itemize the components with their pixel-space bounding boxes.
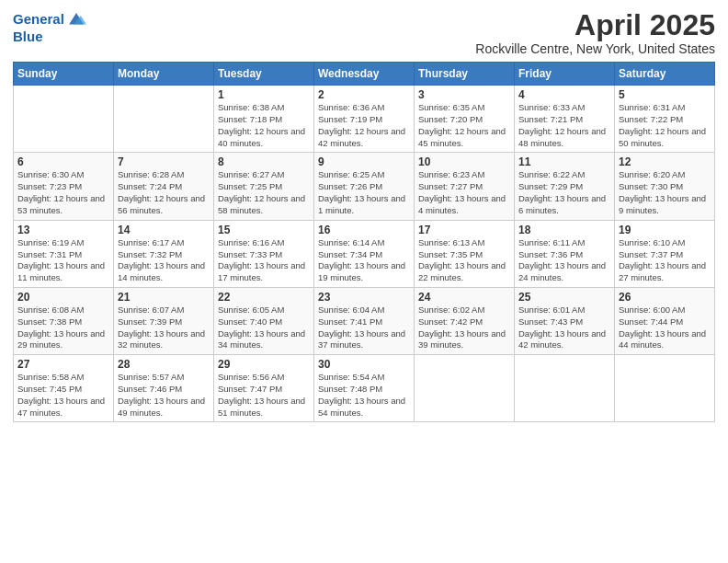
calendar-cell: 29Sunrise: 5:56 AMSunset: 7:47 PMDayligh… xyxy=(214,355,314,422)
day-info: Sunrise: 6:22 AMSunset: 7:29 PMDaylight:… xyxy=(518,169,610,216)
day-number: 9 xyxy=(318,155,410,168)
day-number: 25 xyxy=(518,291,610,304)
day-number: 23 xyxy=(318,291,410,304)
calendar-cell xyxy=(515,355,615,422)
calendar-cell: 8Sunrise: 6:27 AMSunset: 7:25 PMDaylight… xyxy=(214,153,314,220)
day-info: Sunrise: 6:14 AMSunset: 7:34 PMDaylight:… xyxy=(318,237,410,284)
day-info: Sunrise: 6:04 AMSunset: 7:41 PMDaylight:… xyxy=(318,304,410,351)
calendar-cell: 2Sunrise: 6:36 AMSunset: 7:19 PMDaylight… xyxy=(314,86,415,153)
day-number: 28 xyxy=(118,358,210,371)
calendar-cell: 1Sunrise: 6:38 AMSunset: 7:18 PMDaylight… xyxy=(214,86,314,153)
day-number: 2 xyxy=(318,88,410,101)
calendar-cell: 18Sunrise: 6:11 AMSunset: 7:36 PMDayligh… xyxy=(515,220,615,287)
calendar-cell: 20Sunrise: 6:08 AMSunset: 7:38 PMDayligh… xyxy=(14,287,114,354)
page: General Blue April 2025 Rockville Centre… xyxy=(0,0,728,563)
main-title: April 2025 xyxy=(475,9,715,41)
logo-text: General xyxy=(13,12,64,28)
day-info: Sunrise: 6:05 AMSunset: 7:40 PMDaylight:… xyxy=(218,304,310,351)
calendar-cell: 9Sunrise: 6:25 AMSunset: 7:26 PMDaylight… xyxy=(314,153,415,220)
day-info: Sunrise: 6:08 AMSunset: 7:38 PMDaylight:… xyxy=(17,304,109,351)
calendar-cell: 15Sunrise: 6:16 AMSunset: 7:33 PMDayligh… xyxy=(214,220,314,287)
day-number: 29 xyxy=(218,358,310,371)
calendar-week-row: 20Sunrise: 6:08 AMSunset: 7:38 PMDayligh… xyxy=(14,287,715,354)
day-info: Sunrise: 6:10 AMSunset: 7:37 PMDaylight:… xyxy=(619,237,711,284)
day-info: Sunrise: 6:13 AMSunset: 7:35 PMDaylight:… xyxy=(418,237,510,284)
calendar-cell xyxy=(415,355,515,422)
calendar-body: 1Sunrise: 6:38 AMSunset: 7:18 PMDaylight… xyxy=(14,86,715,422)
day-info: Sunrise: 5:56 AMSunset: 7:47 PMDaylight:… xyxy=(218,372,310,419)
logo-icon xyxy=(66,9,86,29)
day-number: 1 xyxy=(218,88,310,101)
calendar-cell: 24Sunrise: 6:02 AMSunset: 7:42 PMDayligh… xyxy=(415,287,515,354)
logo: General Blue xyxy=(13,9,86,45)
day-info: Sunrise: 5:57 AMSunset: 7:46 PMDaylight:… xyxy=(118,372,210,419)
calendar-cell: 19Sunrise: 6:10 AMSunset: 7:37 PMDayligh… xyxy=(615,220,715,287)
day-info: Sunrise: 6:28 AMSunset: 7:24 PMDaylight:… xyxy=(118,169,210,216)
calendar-cell: 3Sunrise: 6:35 AMSunset: 7:20 PMDaylight… xyxy=(415,86,515,153)
day-number: 30 xyxy=(318,358,410,371)
calendar-cell: 27Sunrise: 5:58 AMSunset: 7:45 PMDayligh… xyxy=(14,355,114,422)
calendar-cell: 6Sunrise: 6:30 AMSunset: 7:23 PMDaylight… xyxy=(14,153,114,220)
day-number: 24 xyxy=(418,291,510,304)
calendar-cell: 5Sunrise: 6:31 AMSunset: 7:22 PMDaylight… xyxy=(615,86,715,153)
calendar-week-row: 6Sunrise: 6:30 AMSunset: 7:23 PMDaylight… xyxy=(14,153,715,220)
calendar-week-row: 1Sunrise: 6:38 AMSunset: 7:18 PMDaylight… xyxy=(14,86,715,153)
day-number: 18 xyxy=(518,224,610,236)
day-info: Sunrise: 6:30 AMSunset: 7:23 PMDaylight:… xyxy=(17,169,109,216)
day-number: 6 xyxy=(17,155,109,168)
day-number: 4 xyxy=(518,88,610,101)
title-block: April 2025 Rockville Centre, New York, U… xyxy=(475,9,715,56)
calendar-cell: 14Sunrise: 6:17 AMSunset: 7:32 PMDayligh… xyxy=(114,220,214,287)
col-saturday: Saturday xyxy=(615,63,715,86)
day-info: Sunrise: 6:27 AMSunset: 7:25 PMDaylight:… xyxy=(218,169,310,216)
day-info: Sunrise: 5:54 AMSunset: 7:48 PMDaylight:… xyxy=(318,372,410,419)
day-number: 21 xyxy=(118,291,210,304)
calendar-cell: 28Sunrise: 5:57 AMSunset: 7:46 PMDayligh… xyxy=(114,355,214,422)
subtitle: Rockville Centre, New York, United State… xyxy=(475,41,715,56)
day-number: 20 xyxy=(17,291,109,304)
calendar-cell xyxy=(14,86,114,153)
calendar-week-row: 13Sunrise: 6:19 AMSunset: 7:31 PMDayligh… xyxy=(14,220,715,287)
calendar-cell: 11Sunrise: 6:22 AMSunset: 7:29 PMDayligh… xyxy=(515,153,615,220)
day-info: Sunrise: 6:33 AMSunset: 7:21 PMDaylight:… xyxy=(518,102,610,149)
calendar-cell: 4Sunrise: 6:33 AMSunset: 7:21 PMDaylight… xyxy=(515,86,615,153)
day-number: 15 xyxy=(218,224,310,236)
header: General Blue April 2025 Rockville Centre… xyxy=(13,9,715,56)
day-info: Sunrise: 6:20 AMSunset: 7:30 PMDaylight:… xyxy=(619,169,711,216)
day-number: 11 xyxy=(518,155,610,168)
day-number: 8 xyxy=(218,155,310,168)
day-number: 12 xyxy=(619,155,711,168)
day-info: Sunrise: 6:11 AMSunset: 7:36 PMDaylight:… xyxy=(518,237,610,284)
day-info: Sunrise: 6:31 AMSunset: 7:22 PMDaylight:… xyxy=(619,102,711,149)
day-info: Sunrise: 6:00 AMSunset: 7:44 PMDaylight:… xyxy=(619,304,711,351)
day-number: 7 xyxy=(118,155,210,168)
calendar-cell: 13Sunrise: 6:19 AMSunset: 7:31 PMDayligh… xyxy=(14,220,114,287)
day-number: 19 xyxy=(619,224,711,236)
calendar-cell: 30Sunrise: 5:54 AMSunset: 7:48 PMDayligh… xyxy=(314,355,415,422)
day-number: 3 xyxy=(418,88,510,101)
calendar-cell: 17Sunrise: 6:13 AMSunset: 7:35 PMDayligh… xyxy=(415,220,515,287)
calendar-cell: 22Sunrise: 6:05 AMSunset: 7:40 PMDayligh… xyxy=(214,287,314,354)
col-wednesday: Wednesday xyxy=(314,63,415,86)
calendar-cell xyxy=(615,355,715,422)
day-info: Sunrise: 6:36 AMSunset: 7:19 PMDaylight:… xyxy=(318,102,410,149)
day-info: Sunrise: 6:07 AMSunset: 7:39 PMDaylight:… xyxy=(118,304,210,351)
day-info: Sunrise: 6:23 AMSunset: 7:27 PMDaylight:… xyxy=(418,169,510,216)
day-number: 26 xyxy=(619,291,711,304)
calendar-cell: 23Sunrise: 6:04 AMSunset: 7:41 PMDayligh… xyxy=(314,287,415,354)
calendar-header-row: Sunday Monday Tuesday Wednesday Thursday… xyxy=(14,63,715,86)
calendar-cell: 26Sunrise: 6:00 AMSunset: 7:44 PMDayligh… xyxy=(615,287,715,354)
day-info: Sunrise: 6:19 AMSunset: 7:31 PMDaylight:… xyxy=(17,237,109,284)
day-info: Sunrise: 6:17 AMSunset: 7:32 PMDaylight:… xyxy=(118,237,210,284)
day-info: Sunrise: 6:38 AMSunset: 7:18 PMDaylight:… xyxy=(218,102,310,149)
calendar-cell: 16Sunrise: 6:14 AMSunset: 7:34 PMDayligh… xyxy=(314,220,415,287)
col-sunday: Sunday xyxy=(14,63,114,86)
day-number: 16 xyxy=(318,224,410,236)
day-number: 27 xyxy=(17,358,109,371)
logo-text2: Blue xyxy=(13,29,86,45)
day-number: 14 xyxy=(118,224,210,236)
day-info: Sunrise: 6:25 AMSunset: 7:26 PMDaylight:… xyxy=(318,169,410,216)
calendar-cell xyxy=(114,86,214,153)
calendar-cell: 21Sunrise: 6:07 AMSunset: 7:39 PMDayligh… xyxy=(114,287,214,354)
col-tuesday: Tuesday xyxy=(214,63,314,86)
